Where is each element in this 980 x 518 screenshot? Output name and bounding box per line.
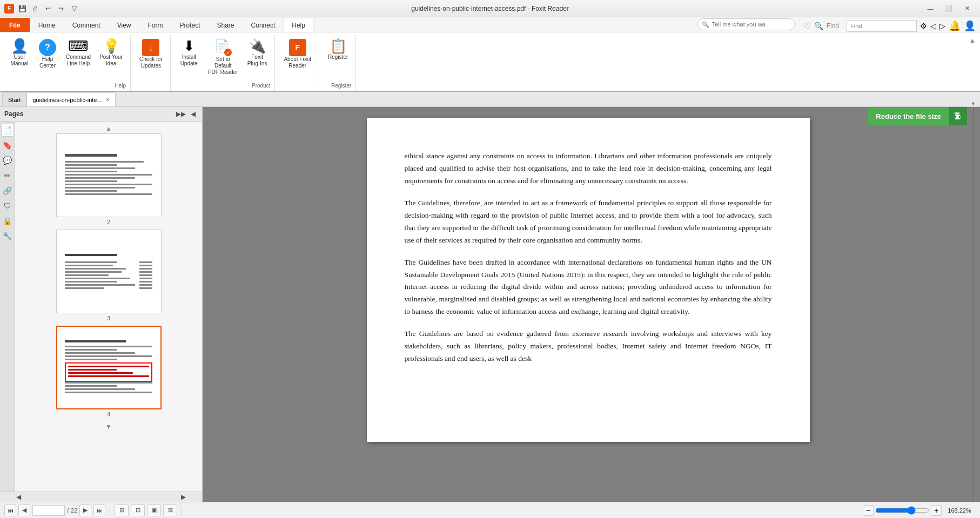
single-page-button[interactable]: ▣ [147, 504, 161, 516]
save-button[interactable]: 💾 [16, 3, 28, 15]
favorite-icon[interactable]: ♡ [803, 21, 811, 31]
command-line-button[interactable]: ⌨ CommandLine Help [63, 37, 94, 69]
page-thumb-3[interactable]: 3 [17, 230, 200, 321]
tab-form[interactable]: Form [140, 18, 171, 32]
fit-page-button[interactable]: ⊞ [115, 504, 129, 516]
total-pages: 22 [71, 507, 77, 514]
page-thumb-2[interactable]: 2 [17, 133, 200, 225]
compress-icon[interactable]: 🗜 [949, 107, 967, 125]
find-label: Find [827, 22, 839, 30]
about-foxit-icon: F [289, 39, 306, 56]
tab-home[interactable]: Home [30, 18, 64, 32]
toc-line-6 [65, 278, 152, 279]
tab-bar: Start guidelines-on-public-inte... ✕ ▾ [0, 92, 980, 107]
find-input[interactable] [847, 20, 917, 32]
zoom-slider[interactable] [875, 506, 929, 515]
ribbon-search-input[interactable] [697, 18, 795, 30]
sidebar-icon-pen[interactable]: ✏ [1, 169, 14, 182]
sidebar-collapse-button[interactable]: ◀ [188, 109, 198, 119]
pdf-page: ethical stance against any constraints o… [367, 118, 810, 442]
user-manual-button[interactable]: 👤 UserManual [6, 37, 32, 69]
pdf-paragraph-4: The Guidelines are based on evidence gat… [405, 328, 772, 365]
forward-icon[interactable]: ▷ [939, 22, 945, 30]
two-page-button[interactable]: ⊠ [163, 504, 177, 516]
last-page-button[interactable]: ⏭ [93, 504, 105, 516]
sidebar-title: Pages [4, 110, 23, 118]
redo-button[interactable]: ↪ [55, 3, 67, 15]
undo-button[interactable]: ↩ [42, 3, 54, 15]
sidebar-icon-shield[interactable]: 🛡 [1, 199, 14, 212]
page-number-input[interactable]: 4 [32, 505, 65, 516]
ribbon-search: 🔍 [693, 17, 799, 32]
next-page-button[interactable]: ▶ [79, 504, 91, 516]
help-center-button[interactable]: ? HelpCenter [35, 37, 61, 71]
page-thumb-img-2 [56, 133, 162, 217]
tab-dropdown[interactable]: ▾ [969, 100, 978, 106]
sidebar-content: 📄 🔖 💬 ✏ 🔗 🛡 🔒 🔧 ▲ [0, 122, 202, 492]
foxit-plugins-button[interactable]: 🔌 FoxitPlug-Ins [244, 37, 271, 69]
tab-document[interactable]: guidelines-on-public-inte... ✕ [26, 92, 115, 106]
prev-page-button[interactable]: ◀ [18, 504, 30, 516]
sidebar-icon-bookmarks[interactable]: 🔖 [1, 139, 14, 152]
install-update-icon: ⬇ [183, 39, 195, 53]
about-foxit-button[interactable]: F About FoxitReader [280, 37, 314, 71]
tab-protect[interactable]: Protect [172, 18, 209, 32]
sidebar-expand-button[interactable]: ▶▶ [176, 109, 186, 119]
set-default-button[interactable]: 📄 ✓ Set to DefaultPDF Reader [204, 37, 242, 78]
zoom-in-button[interactable]: + [931, 505, 942, 516]
sidebar-icon-pages[interactable]: 📄 [1, 124, 14, 137]
back-icon[interactable]: ◁ [930, 22, 936, 30]
sidebar-icon-tool[interactable]: 🔧 [1, 230, 14, 243]
toc-line-2 [65, 265, 152, 266]
check-updates-button[interactable]: ↓ Check forUpdates [136, 37, 166, 71]
toc-line-3 [65, 268, 152, 270]
sidebar: Pages ▶▶ ◀ 📄 🔖 💬 ✏ 🔗 🛡 🔒 🔧 [0, 107, 203, 502]
first-page-button[interactable]: ⏮ [4, 504, 16, 516]
notifications-icon[interactable]: 🔔 [949, 20, 961, 32]
tab-start-label: Start [8, 97, 21, 103]
close-button[interactable]: ✕ [958, 3, 976, 14]
restore-button[interactable]: ⬜ [940, 3, 957, 14]
sidebar-nav: ◀ ▶ [0, 492, 202, 502]
install-update-label: InstallUpdate [180, 54, 198, 67]
tab-help[interactable]: Help [284, 18, 313, 32]
check-updates-icon: ↓ [142, 39, 159, 56]
register-button[interactable]: 📋 Register [325, 37, 351, 63]
document-view[interactable]: Reduce the file size 🗜 ethical stance ag… [203, 107, 974, 502]
tab-file[interactable]: File [0, 18, 30, 32]
set-default-label: Set to DefaultPDF Reader [207, 56, 239, 76]
post-idea-button[interactable]: 💡 Post YourIdea [96, 37, 126, 69]
customize-button[interactable]: ▽ [68, 3, 80, 15]
settings-icon[interactable]: ⚙ [920, 22, 927, 30]
tab-view[interactable]: View [109, 18, 139, 32]
tab-start[interactable]: Start [2, 92, 26, 106]
fit-width-button[interactable]: ⊡ [131, 504, 145, 516]
install-update-button[interactable]: ⬇ InstallUpdate [176, 37, 202, 69]
zoom-out-button[interactable]: − [863, 505, 874, 516]
search-pdf-icon[interactable]: 🔍 [814, 22, 823, 30]
product-group-label: Product [252, 82, 270, 90]
zoom-control: − + 168.22% [863, 505, 976, 516]
tab-close-icon[interactable]: ✕ [105, 97, 110, 103]
post-idea-label: Post YourIdea [99, 54, 123, 67]
window-title: guidelines-on-public-internet-access.pdf… [411, 5, 568, 12]
tab-comment[interactable]: Comment [64, 18, 109, 32]
page-thumb-4[interactable]: 4 [17, 326, 200, 418]
sidebar-icon-lock[interactable]: 🔒 [1, 214, 14, 227]
foxit-plugins-label: FoxitPlug-Ins [247, 54, 267, 67]
sidebar-right-arrow[interactable]: ▶ [181, 493, 186, 501]
print-button[interactable]: 🖨 [29, 3, 41, 15]
sidebar-icon-link[interactable]: 🔗 [1, 184, 14, 197]
reduce-file-size-button[interactable]: Reduce the file size [868, 107, 949, 125]
scroll-up[interactable]: ▲ [17, 124, 200, 133]
product-buttons: ⬇ InstallUpdate 📄 ✓ Set to DefaultPDF Re… [176, 36, 271, 82]
set-default-icon: 📄 ✓ [214, 39, 232, 56]
collapse-ribbon-button[interactable]: ▲ [967, 35, 978, 46]
scroll-down[interactable]: ▼ [17, 422, 200, 432]
user-icon[interactable]: 👤 [964, 20, 976, 32]
tab-share[interactable]: Share [209, 18, 243, 32]
tab-connect[interactable]: Connect [243, 18, 284, 32]
sidebar-icon-annotations[interactable]: 💬 [1, 154, 14, 167]
minimize-button[interactable]: — [922, 3, 939, 14]
sidebar-left-arrow[interactable]: ◀ [16, 493, 21, 501]
